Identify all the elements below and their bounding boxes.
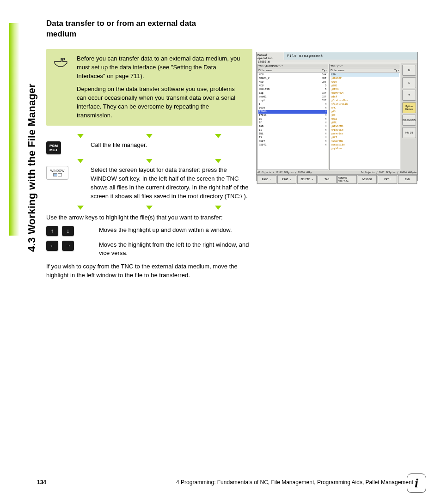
scr-right-path: TNC:\*.* [330,64,400,68]
table-row: 1NLH [258,132,327,136]
tnc-file-manager-screenshot: Manual operation File management 17000.H… [256,52,418,181]
footer-chapter: 4 Programming: Fundamentals of NC, File … [176,479,413,486]
triangle-icon [146,134,153,138]
key-label: MGT [49,148,58,152]
triangle-icon [215,206,221,210]
scr-softkey: PAGE ↑ [257,175,276,184]
page-footer: 134 4 Programming: Fundamentals of NC, F… [37,479,413,486]
step-icon: ← → [46,241,91,258]
scr-left-list: NEUBAKFRAES_2CDTNEUCDTNEUDNULLTABDcapDXF… [257,73,328,170]
side-gradient [9,23,19,236]
pane-icon [53,173,57,176]
pgm-mgt-key: PGM MGT [46,141,61,154]
scr-side-button: Python Demos [402,102,416,113]
separator [46,159,252,163]
pane-icon [58,173,62,176]
scr-softkey: DELETE ✕ [297,175,317,184]
arrow-down-key: ↓ [62,226,74,236]
triangle-icon [146,206,153,210]
table-row: □AWT [331,80,399,84]
table-row: 3507H [258,140,327,143]
table-row: NULLTABD [258,88,327,91]
scr-left-panel: TNC:\DUMPPGM\*.* File nameTy▾ NEUBAKFRAE… [257,64,328,170]
step2-text: Select the screen layout for data transf… [91,166,252,200]
scr-status-right: 24 Objects / 3902.7KBytes / 19716.6MByte [361,171,416,174]
table-row: 920 [331,73,399,77]
step1-text: Call the file manager. [91,141,252,155]
step-icon: PGM MGT [46,141,82,155]
separator [46,134,252,138]
table-row: 1GBH [258,125,327,128]
table-row: 1639H [258,106,327,110]
table-row: □FixtureMes [331,99,399,103]
triangle-icon [215,159,221,163]
table-row: □fixtureLib [331,103,399,106]
triangle-icon [77,206,84,210]
scr-col-head-name: File name [331,69,344,72]
step4-text: Moves the highlight from the left to the… [99,241,252,258]
scr-softkey: TAG [318,175,337,184]
scr-side-button: DIAGNOSIS [402,115,416,126]
scr-softkey: PATH [378,175,397,184]
table-row: □HI [331,114,399,117]
table-row: □SKI [331,136,399,140]
triangle-icon [77,134,84,138]
table-row: □tncguide [331,143,399,147]
table-row: 35071H [258,143,327,147]
table-row: □service [331,132,399,136]
arrow-up-key: ↑ [46,226,58,236]
scr-softkey-row: PAGE ↑PAGE ↓DELETE ✕TAGRENAME ABC▸XYZWIN… [257,174,417,184]
table-row: □BHB [331,84,399,88]
scr-side-button: M [402,65,416,76]
table-row: □NEWDEMO [331,125,399,128]
triangle-icon [77,159,84,163]
step-row-4: ← → Moves the highlight from the left to… [46,241,252,258]
scr-left-path: TNC:\DUMPPGM\*.* [257,64,328,68]
table-row: NEUD [258,84,327,88]
triangle-icon [215,134,221,138]
triangle-icon [146,159,153,163]
body-text-1: Use the arrow keys to highlight the file… [46,213,252,222]
table-row: deu01DXF [258,95,327,99]
scr-softkey: WINDOW [358,175,377,184]
table-row: NEUCDT [258,80,327,84]
table-row: □DEMO [331,88,399,91]
scr-softkey: PAGE ↓ [277,175,297,184]
manual-page: 4.3 Working with the File Manager Data t… [0,0,441,504]
table-row: □smarTNC [331,140,399,143]
scr-topfile: 17000.H [257,60,417,63]
separator [46,206,252,210]
page-number: 134 [37,479,46,486]
note-p1: Before you can transfer data to an exter… [77,55,246,81]
table-row: 1H [258,103,327,106]
scr-side-button: T [402,90,416,101]
scr-col-head-name: File name [258,69,272,72]
key-label: WINDOW [50,169,65,172]
table-row: 1IH [258,128,327,132]
table-row: 1FH [258,121,327,125]
table-row: 1EH [258,117,327,121]
step-row-2: WINDOW Select the screen layout for data… [46,166,252,200]
info-icon: i [407,474,426,493]
scr-side-button: S [402,77,416,88]
table-row: □DUMPPGM [331,91,399,95]
step-row-3: ↑ ↓ Moves the highlight up and down with… [46,226,252,236]
note-body: Before you can transfer data to an exter… [77,55,246,120]
table-row: □dxf [331,95,399,99]
table-row: □GS [331,110,399,114]
table-row: □HNL [331,121,399,125]
scr-right-list: 920□3DGRAF□AWT□BHB□DEMO□DUMPPGM□dxf□Fixt… [330,73,400,170]
table-row: uzplDXF [258,99,327,103]
note-box: Before you can transfer data to an exter… [46,49,252,126]
table-row: capDXF [258,91,327,95]
table-row: FRAES_2CDT [258,77,327,80]
table-row: 1SH [258,136,327,140]
window-softkey: WINDOW [46,166,68,180]
scr-side-buttons: MSTPython DemosDIAGNOSISInfo 1/3 [401,63,417,170]
scr-softkey: RENAME ABC▸XYZ [337,175,357,184]
section-heading: Data transfer to or from an external dat… [46,18,222,40]
scr-col-head-type: Ty▾ [394,69,399,72]
scr-mode: Manual operation [257,52,284,60]
step3-text: Moves the highlight up and down within a… [99,226,252,236]
scr-title: File management [284,52,417,60]
